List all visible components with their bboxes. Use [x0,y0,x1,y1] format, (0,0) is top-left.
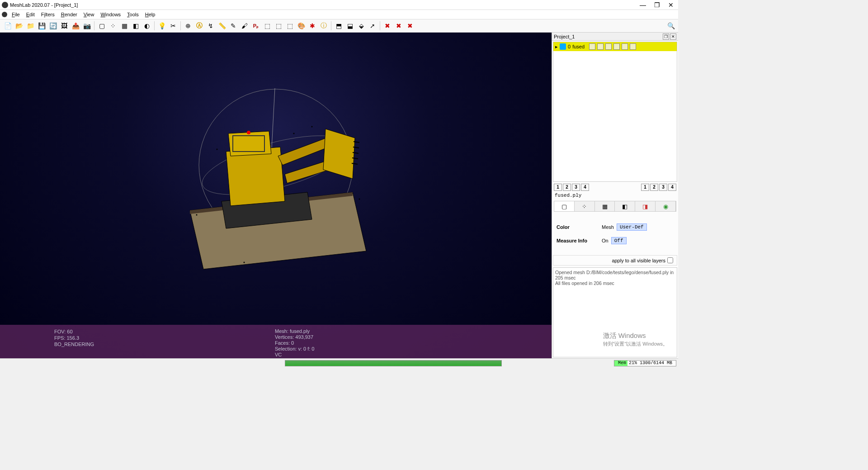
expand-icon[interactable]: ▸ [555,44,558,50]
panel-close-button[interactable]: ✕ [670,33,676,40]
del-sel-vf-button[interactable]: ✖ [405,21,415,31]
tab-smooth[interactable]: ◉ [656,201,676,211]
menu-file[interactable]: File [9,11,23,18]
sel-c-button[interactable]: ⬚ [285,21,295,31]
status-bar: Mem 21% 1300/6144 MB [0,358,678,367]
layer-toggle-6[interactable] [630,43,636,50]
del-sel-v-button[interactable]: ✖ [382,21,392,31]
smooth-button[interactable]: ◐ [142,21,152,31]
sel-a-button[interactable]: ⬚ [262,21,272,31]
pp-button[interactable]: Pₚ [251,21,261,31]
menu-render[interactable]: Render [58,11,80,18]
bbox-button[interactable]: ▢ [97,21,107,31]
tab-wire[interactable]: ▦ [595,201,615,211]
quick-left-4[interactable]: 4 [581,184,589,191]
info-rendering: BO_RENDERING [54,341,94,347]
menu-filters[interactable]: Filters [38,11,57,18]
toolbar-separator [380,21,380,30]
doc-icon [2,12,7,17]
menu-edit[interactable]: Edit [24,11,38,18]
visibility-icon[interactable] [560,43,566,50]
quick-right-3[interactable]: 3 [659,184,667,191]
sel-b-button[interactable]: ⬚ [274,21,283,31]
atom-button[interactable]: Ⓐ [194,21,204,31]
windows-activation-watermark: 激活 Windows 转到"设置"以激活 Windows。 [603,332,668,348]
panel-undock-button[interactable]: ❐ [663,33,669,40]
menu-windows[interactable]: Windows [98,11,123,18]
log-line-1: Opened mesh D:/BIM/code/tests/lego/dense… [555,270,675,280]
layer-toggle-3[interactable] [605,43,612,50]
wireframe-button[interactable]: ▦ [119,21,129,31]
svg-point-23 [244,262,245,263]
measure-button[interactable]: 📏 [217,21,227,31]
new-project-button[interactable]: 📄 [3,21,13,31]
info-button[interactable]: ⓘ [319,21,329,31]
viewport-3d[interactable]: FOV: 60 FPS: 156.3 BO_RENDERING Mesh: fu… [0,33,552,358]
open-project-button[interactable]: 📂 [14,21,24,31]
quick-left-3[interactable]: 3 [572,184,580,191]
layer-toggle-5[interactable] [622,43,628,50]
toolbar-separator [331,21,331,30]
svg-point-18 [217,149,218,150]
axis-button[interactable]: ↯ [206,21,216,31]
export-button[interactable]: 📤 [71,21,80,31]
toolbar-separator [180,21,181,30]
apply-all-label: apply to all visible layers [612,258,665,263]
snapshot-button[interactable]: 📷 [82,21,92,31]
layer-toggle-4[interactable] [613,43,620,50]
save-button[interactable]: 💾 [37,21,47,31]
quick-right-1[interactable]: 1 [641,184,649,191]
cull-button[interactable]: ✂ [168,21,178,31]
import-raster-button[interactable]: 🖼 [59,21,69,31]
icp-button[interactable]: ⬓ [345,21,355,31]
pick-button[interactable]: ✎ [228,21,238,31]
render-mode-tabs: ▢ ⁘ ▦ ◧ ◨ ◉ [554,201,676,212]
measure-off-button[interactable]: Off [611,237,627,244]
quick-left-1[interactable]: 1 [554,184,562,191]
layer-index: 0 [568,44,571,49]
info-faces: Faces: 0 [275,340,314,346]
layer-toggle-1[interactable] [589,43,595,50]
layer-list[interactable]: ▸ 0 fused [553,42,677,182]
arrow-button[interactable]: ➚ [368,21,377,31]
panel-title: Project_1 [554,34,575,39]
log-panel[interactable]: Opened mesh D:/BIM/code/tests/lego/dense… [553,267,677,357]
search-icon[interactable]: 🔍 [666,21,675,30]
align-button[interactable]: ⬒ [334,21,344,31]
tab-flat[interactable]: ◧ [615,201,635,211]
flat-button[interactable]: ◧ [131,21,141,31]
layer-row[interactable]: ▸ 0 fused [553,42,677,51]
paint-button[interactable]: 🖌 [240,21,250,31]
tab-points[interactable]: ⁘ [575,201,595,211]
quick-right-4[interactable]: 4 [668,184,676,191]
reload-button[interactable]: 🔄 [48,21,58,31]
layer-name: fused [572,44,585,49]
trackball-button[interactable]: ⊕ [183,21,193,31]
svg-point-22 [359,199,360,200]
rendered-model [154,75,398,284]
svg-point-20 [311,126,313,128]
colorize-button[interactable]: 🎨 [296,21,306,31]
svg-point-21 [196,214,198,216]
quick-right-2[interactable]: 2 [650,184,658,191]
close-button[interactable]: ✕ [668,1,674,9]
layer-toggle-2[interactable] [597,43,604,50]
menu-view[interactable]: View [81,11,97,18]
cam-button[interactable]: ⬙ [356,21,366,31]
del-button[interactable]: ✱ [307,21,317,31]
minimize-button[interactable]: — [640,1,646,9]
info-vertices: Vertices: 493,937 [275,334,314,340]
menu-tools[interactable]: Tools [124,11,142,18]
points-button[interactable]: ⁘ [108,21,118,31]
maximize-button[interactable]: ❐ [654,1,660,9]
tab-box[interactable]: ▢ [554,201,575,211]
toolbar: 📄 📂 📁 💾 🔄 🖼 📤 📷 ▢ ⁘ ▦ ◧ ◐ 💡 ✂ ⊕ Ⓐ ↯ 📏 ✎ … [0,19,678,33]
apply-all-checkbox[interactable] [667,257,673,263]
color-mode-button[interactable]: User-Def [617,223,647,231]
tab-tex[interactable]: ◨ [635,201,656,211]
open-mesh-button[interactable]: 📁 [25,21,35,31]
quick-left-2[interactable]: 2 [563,184,571,191]
del-sel-f-button[interactable]: ✖ [394,21,404,31]
menu-help[interactable]: Help [142,11,158,18]
light-button[interactable]: 💡 [157,21,167,31]
